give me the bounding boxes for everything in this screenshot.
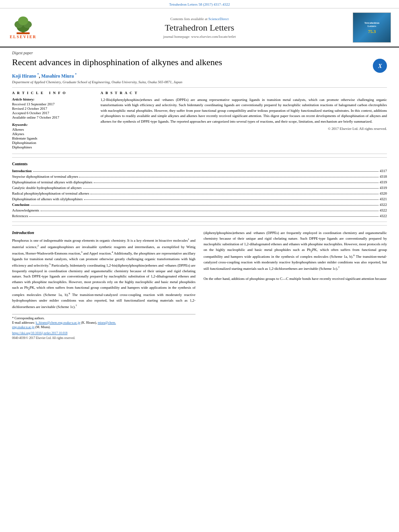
available-date: Available online 7 October 2017: [12, 115, 93, 119]
toc-page-conclusion: 4322: [380, 203, 387, 207]
intro-right-text: (diphenylphosphino)ethenes and -ethanes …: [204, 230, 387, 272]
toc-page-references: 4322: [380, 214, 387, 218]
svg-rect-5: [16, 32, 29, 34]
toc-item-diphosph: Diphosphination of terminal alkynes with…: [12, 180, 387, 185]
toc-item-stepwise: Stepwise diphosphination of terminal alk…: [12, 174, 387, 179]
email-text-1: E-mail addresses:: [12, 321, 36, 325]
toc-page-diphosph: 4319: [380, 180, 387, 184]
article-info-label: A R T I C L E I N F O: [12, 91, 93, 95]
article-body: Digest paper Recent advances in diphosph…: [0, 47, 399, 346]
intro-left-text: Phosphorus is one of indispensable main …: [12, 237, 195, 310]
authors-line: Koji Hirano *, Masahiro Miura *: [12, 73, 387, 78]
toc-label-silyl: Diphosphination of alkenes with silylpho…: [12, 197, 83, 201]
svg-text:X: X: [378, 63, 382, 69]
toc-label-radical: Radical phosphinylphosphination of termi…: [12, 191, 89, 195]
toc-item-acknowledgments: Acknowledgments 4322: [12, 208, 387, 213]
elsevier-tree-icon: [8, 16, 38, 35]
toc-dots-4: [90, 191, 378, 194]
author-1: Koji Hirano: [12, 74, 36, 78]
toc-page-catalytic: 4319: [380, 186, 387, 190]
crossmark-badge[interactable]: X: [373, 59, 387, 73]
toc-item-silyl: Diphosphination of alkenes with silylpho…: [12, 197, 387, 201]
revised-date: Revised 2 October 2017: [12, 107, 93, 111]
toc-item-references: References 4322: [12, 214, 387, 218]
toc-label-conclusion: Conclusion: [12, 203, 29, 207]
toc-page-acknowledgments: 4322: [380, 208, 387, 212]
article-type-tag: Digest paper: [12, 51, 387, 55]
crossmark-icon: X: [374, 60, 386, 72]
elsevier-logo-area: ELSEVIER: [8, 16, 56, 39]
toc-item-radical: Radical phosphinylphosphination of termi…: [12, 191, 387, 196]
toc-dots-8: [29, 214, 378, 217]
toc-label-acknowledgments: Acknowledgments: [12, 208, 39, 212]
body-left-col: Introduction Phosphorus is one of indisp…: [12, 230, 195, 340]
toc-dots-2: [94, 180, 378, 183]
body-two-columns: Introduction Phosphorus is one of indisp…: [12, 230, 387, 340]
email-line-1: E-mail addresses: k_hirano@chem.eng.osak…: [12, 321, 195, 325]
accepted-date: Accepted 6 October 2017: [12, 111, 93, 115]
divider-1: [12, 87, 387, 88]
journal-title-area: Contents lists available at ScienceDirec…: [56, 17, 343, 39]
footnote-area: * Corresponding authors. E-mail addresse…: [12, 314, 195, 340]
email-link-1[interactable]: k_hirano@chem.eng.osaka-u.ac.jp: [36, 321, 80, 325]
article-title: Recent advances in diphosphination of al…: [12, 57, 369, 68]
journal-thumbnail: TetrahedronLetters 75.3: [353, 12, 391, 43]
info-abstract-section: A R T I C L E I N F O Article history: R…: [12, 91, 387, 150]
keywords-label: Keywords:: [12, 123, 93, 127]
journal-homepage-url: journal homepage: www.elsevier.com/locat…: [56, 35, 343, 39]
toc-item-introduction: Introduction 4317: [12, 168, 387, 173]
toc-dots-5: [84, 197, 379, 200]
email-link-2[interactable]: miura@chem.: [98, 321, 116, 325]
journal-thumbnail-area: TetrahedronLetters 75.3: [343, 12, 391, 43]
elsevier-wordmark: ELSEVIER: [10, 35, 37, 39]
keyword-1: Alkenes: [12, 127, 93, 131]
rights-text: 0040-4039/© 2017 Elsevier Ltd. All right…: [12, 336, 195, 340]
body-right-col: (diphenylphosphino)ethenes and -ethanes …: [204, 230, 387, 340]
svg-point-4: [18, 16, 28, 25]
history-label: Article history:: [12, 97, 93, 101]
toc-label-catalytic: Catalytic double hydrophosphination of a…: [12, 186, 82, 190]
introduction-section: Introduction Phosphorus is one of indisp…: [12, 225, 387, 340]
toc-dots-7: [41, 208, 379, 211]
abstract-text: 1,2-Bis(diphenylphosphino)ethenes and -e…: [101, 97, 387, 125]
journal-name: Tetrahedron Letters: [56, 23, 343, 33]
divider-3: [12, 222, 387, 222]
toc-item-catalytic: Catalytic double hydrophosphination of a…: [12, 185, 387, 190]
corresponding-note: * Corresponding authors.: [12, 316, 195, 320]
abstract-label: A B S T R A C T: [101, 91, 387, 95]
email-line-2: eng.osaka-u.ac.jp (M. Miura).: [12, 325, 195, 329]
toc-label-references: References: [12, 214, 28, 218]
keyword-4: Diphosphination: [12, 141, 93, 145]
toc-label-stepwise: Stepwise diphosphination of terminal alk…: [12, 175, 78, 179]
toc-label-diphosph: Diphosphination of terminal alkynes with…: [12, 180, 93, 184]
author-2: Masahiro Miura: [41, 74, 74, 78]
toc-page-silyl: 4321: [380, 197, 387, 201]
contents-title: Contents: [12, 162, 387, 166]
toc-dots-0: [33, 169, 378, 172]
toc-page-radical: 4320: [380, 191, 387, 195]
contents-section: Contents Introduction 4317 Stepwise diph…: [12, 157, 387, 218]
journal-header: ELSEVIER Contents lists available at Sci…: [0, 8, 399, 47]
toc-dots-6: [31, 203, 378, 205]
toc-item-conclusion: Conclusion 4322: [12, 202, 387, 207]
divider-2: [12, 154, 387, 154]
intro-right-text-2: On the other hand, additions of phosphin…: [204, 276, 387, 282]
keyword-5: Diphosphines: [12, 145, 93, 149]
introduction-heading: Introduction: [12, 230, 195, 235]
email-link-3[interactable]: eng.osaka-u.ac.jp: [12, 325, 35, 329]
toc-page-stepwise: 4318: [380, 175, 387, 179]
abstract-copyright: © 2017 Elsevier Ltd. All rights reserved…: [101, 127, 387, 131]
abstract-column: A B S T R A C T 1,2-Bis(diphenylphosphin…: [101, 91, 387, 150]
science-direct-link[interactable]: ScienceDirect: [208, 17, 228, 21]
keyword-3: Bidentate ligands: [12, 136, 93, 140]
received-date: Received 13 September 2017: [12, 102, 93, 106]
affiliation-text: Department of Applied Chemistry, Graduat…: [12, 80, 387, 84]
doi-link[interactable]: https://doi.org/10.1016/j.tetlet.2017.10…: [12, 331, 68, 335]
article-info-column: A R T I C L E I N F O Article history: R…: [12, 91, 93, 150]
thumb-impact-factor: 75.3: [368, 29, 376, 34]
toc-label-introduction: Introduction: [12, 169, 32, 173]
science-direct-line: Contents lists available at ScienceDirec…: [56, 17, 343, 21]
journal-citation: Tetrahedron Letters 58 (2017) 4317–4322: [0, 0, 399, 8]
toc-dots-3: [83, 186, 378, 189]
toc-dots-1: [79, 175, 378, 177]
